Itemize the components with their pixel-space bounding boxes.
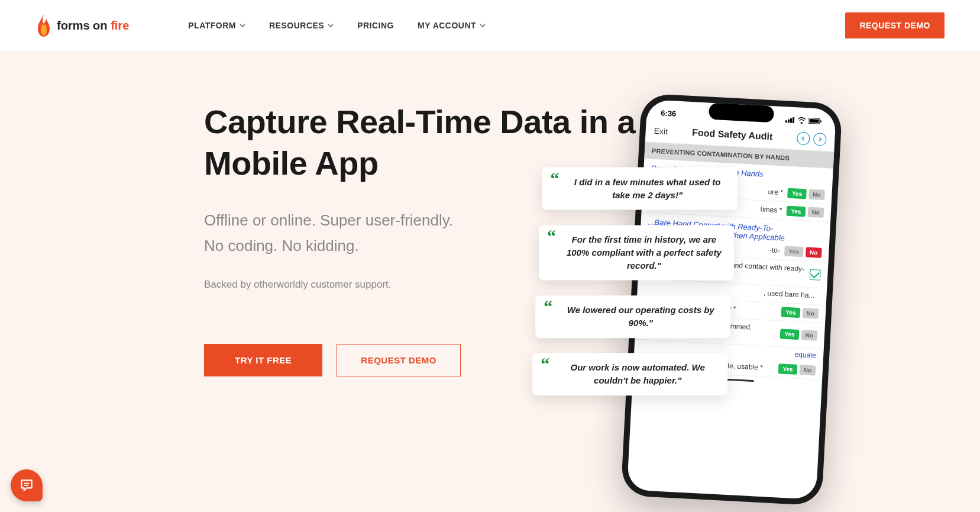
signal-icon (785, 116, 795, 123)
nav-label: RESOURCES (269, 21, 324, 30)
quote-cards: “ I did in a few minutes what used to ta… (531, 162, 738, 416)
quote-card: “ For the first time in history, we are … (539, 225, 734, 280)
nav-label: PLATFORM (188, 21, 236, 30)
yes-badge: Yes (787, 206, 806, 217)
hero-section: Capture Real-Time Data in a Mobile App O… (0, 51, 980, 512)
quote-text: We lowered our operating costs by 90%." (561, 304, 720, 330)
checkbox-checked-icon (810, 269, 821, 280)
yes-badge: Yes (781, 307, 800, 318)
prev-arrow-icon (797, 131, 810, 145)
svg-rect-2 (790, 118, 792, 123)
yes-badge: Yes (778, 363, 797, 375)
yes-badge: Yes (780, 329, 799, 340)
quote-mark-icon: “ (544, 301, 552, 312)
status-icons (785, 116, 821, 124)
request-demo-button[interactable]: REQUEST DEMO (337, 344, 461, 376)
chevron-down-icon (328, 24, 334, 27)
try-it-free-button[interactable]: TRY IT FREE (204, 344, 322, 376)
logo-text-a: forms on (57, 19, 111, 32)
quote-text: For the first time in history, we are 10… (565, 233, 723, 272)
quote-card: “ Our work is now automated. We couldn't… (532, 353, 727, 395)
next-arrow-icon (813, 133, 827, 146)
chat-icon (19, 478, 34, 493)
app-title: Food Safety Audit (668, 126, 797, 143)
yes-badge: Yes (788, 188, 807, 199)
no-badge: No (808, 189, 825, 200)
quote-text: I did in a few minutes what used to take… (568, 176, 727, 202)
no-badge: No (799, 365, 816, 375)
no-badge: No (807, 207, 824, 218)
quote-mark-icon: “ (547, 231, 556, 241)
nav-label: PRICING (357, 21, 394, 30)
site-header: forms on fire PLATFORM RESOURCES PRICING… (0, 0, 980, 51)
phone-notch (709, 103, 774, 123)
logo-text-b: fire (111, 19, 129, 32)
nav-pricing[interactable]: PRICING (357, 21, 394, 30)
flame-icon (35, 13, 52, 38)
svg-rect-6 (820, 120, 821, 122)
nav-my-account[interactable]: MY ACCOUNT (418, 21, 486, 30)
main-nav: PLATFORM RESOURCES PRICING MY ACCOUNT (188, 21, 486, 30)
chevron-down-icon (240, 24, 245, 27)
yes-badge-gray: Yes (784, 246, 803, 257)
nav-label: MY ACCOUNT (418, 21, 476, 30)
phone-time: 6:36 (661, 108, 677, 118)
nav-platform[interactable]: PLATFORM (188, 21, 245, 30)
request-demo-header-button[interactable]: REQUEST DEMO (845, 12, 945, 38)
quote-mark-icon: “ (541, 359, 549, 369)
quote-card: “ We lowered our operating costs by 90%.… (535, 295, 730, 337)
quote-mark-icon: “ (551, 173, 559, 184)
no-badge: No (802, 308, 819, 318)
battery-icon (808, 117, 822, 124)
svg-rect-1 (788, 120, 790, 123)
app-exit: Exit (654, 126, 668, 136)
svg-rect-5 (809, 119, 819, 123)
phone-mockup: 6:36 Exit Food Safety Audit PREVENTI (620, 94, 842, 506)
svg-rect-0 (785, 120, 787, 123)
svg-rect-3 (793, 117, 795, 123)
chevron-down-icon (480, 24, 486, 27)
no-badge: No (801, 330, 817, 340)
logo[interactable]: forms on fire (35, 13, 129, 38)
quote-text: Our work is now automated. We couldn't b… (558, 361, 717, 387)
chat-widget-button[interactable] (11, 469, 43, 501)
quote-card: “ I did in a few minutes what used to ta… (542, 168, 738, 210)
nav-resources[interactable]: RESOURCES (269, 21, 334, 30)
wifi-icon (797, 117, 807, 124)
no-badge-red: No (806, 247, 822, 257)
